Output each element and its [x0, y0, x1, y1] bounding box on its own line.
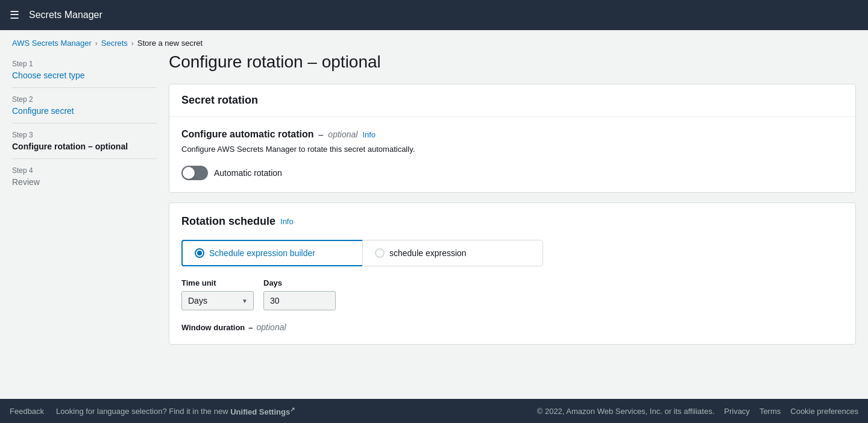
step-3-label: Step 3: [12, 131, 157, 139]
step-2: Step 2 Configure secret: [12, 88, 157, 124]
days-label: Days: [263, 278, 336, 287]
auto-rotation-section: Configure automatic rotation – optional …: [169, 117, 855, 192]
unified-settings-link[interactable]: Unified Settings↗: [230, 407, 295, 416]
step-2-label: Step 2: [12, 95, 157, 104]
sidebar: Step 1 Choose secret type Step 2 Configu…: [12, 52, 169, 409]
radio-circle-builder: [195, 248, 204, 258]
window-duration-row: Window duration – optional: [181, 322, 843, 332]
footer-message-text: Looking for language selection? Find it …: [56, 407, 228, 416]
time-unit-select[interactable]: Days Hours Minutes: [181, 291, 254, 310]
tab-expression-label: schedule expression: [389, 248, 467, 258]
step-2-link[interactable]: Configure secret: [12, 106, 74, 116]
content: Configure rotation – optional Secret rot…: [169, 52, 856, 409]
main-layout: Step 1 Choose secret type Step 2 Configu…: [0, 52, 868, 421]
breadcrumb: AWS Secrets Manager › Secrets › Store a …: [0, 30, 868, 52]
feedback-button[interactable]: Feedback: [10, 407, 44, 416]
external-link-icon: ↗: [290, 406, 295, 412]
step-1-label: Step 1: [12, 60, 157, 68]
form-row-time: Time unit Days Hours Minutes ▼ Days: [181, 278, 843, 310]
step-3-current: Configure rotation – optional: [12, 142, 128, 151]
breadcrumb-sep-1: ›: [95, 39, 98, 48]
rotation-schedule-card: Rotation schedule Info Schedule expressi…: [169, 202, 856, 345]
step-3: Step 3 Configure rotation – optional: [12, 124, 157, 159]
step-4: Step 4 Review: [12, 159, 157, 194]
auto-rotation-dash: –: [319, 130, 324, 139]
auto-rotation-optional: optional: [328, 130, 357, 139]
auto-rotation-info-link[interactable]: Info: [362, 130, 376, 139]
window-duration-text: Window duration: [181, 323, 245, 332]
breadcrumb-link-secrets-manager[interactable]: AWS Secrets Manager: [12, 39, 92, 48]
breadcrumb-sep-2: ›: [131, 39, 134, 48]
tab-schedule-expression[interactable]: schedule expression: [362, 240, 543, 266]
radio-tabs: Schedule expression builder schedule exp…: [181, 240, 843, 266]
rotation-schedule-section: Rotation schedule Info Schedule expressi…: [169, 203, 855, 344]
footer: Feedback Looking for language selection?…: [0, 399, 868, 421]
auto-rotation-title-row: Configure automatic rotation – optional …: [181, 129, 843, 140]
footer-right: © 2022, Amazon Web Services, Inc. or its…: [537, 407, 858, 416]
step-4-disabled: Review: [12, 177, 40, 187]
secret-rotation-card: Secret rotation Configure automatic rota…: [169, 84, 856, 193]
step-1: Step 1 Choose secret type: [12, 52, 157, 88]
copyright-text: © 2022, Amazon Web Services, Inc. or its…: [537, 407, 715, 416]
tab-schedule-expression-builder[interactable]: Schedule expression builder: [181, 240, 362, 266]
window-duration-dash: –: [248, 323, 253, 332]
radio-circle-expression: [375, 248, 385, 258]
toggle-row: Automatic rotation: [181, 166, 843, 180]
step-1-link[interactable]: Choose secret type: [12, 70, 85, 80]
auto-rotation-description: Configure AWS Secrets Manager to rotate …: [181, 145, 843, 154]
days-input[interactable]: [263, 291, 336, 310]
schedule-info-link[interactable]: Info: [280, 217, 294, 226]
footer-message: Looking for language selection? Find it …: [56, 406, 537, 416]
window-duration-optional: optional: [257, 322, 286, 332]
menu-icon[interactable]: ☰: [10, 8, 19, 22]
breadcrumb-link-secrets[interactable]: Secrets: [101, 39, 128, 48]
form-group-time-unit: Time unit Days Hours Minutes ▼: [181, 278, 254, 310]
privacy-link[interactable]: Privacy: [724, 407, 750, 416]
toggle-label: Automatic rotation: [214, 168, 282, 178]
time-unit-select-wrapper: Days Hours Minutes ▼: [181, 291, 254, 310]
form-group-days: Days: [263, 278, 336, 310]
auto-rotation-title: Configure automatic rotation: [181, 129, 314, 140]
top-nav: ☰ Secrets Manager: [0, 0, 868, 30]
automatic-rotation-toggle[interactable]: [181, 166, 208, 180]
nav-title: Secrets Manager: [29, 10, 102, 20]
time-unit-label: Time unit: [181, 278, 254, 287]
schedule-title: Rotation schedule: [181, 215, 275, 228]
unified-settings-label: Unified Settings: [230, 407, 290, 416]
cookie-link[interactable]: Cookie preferences: [790, 407, 858, 416]
tab-builder-label: Schedule expression builder: [209, 248, 315, 258]
toggle-thumb: [183, 167, 195, 179]
secret-rotation-header: Secret rotation: [169, 84, 855, 117]
terms-link[interactable]: Terms: [760, 407, 781, 416]
window-duration-label: Window duration – optional: [181, 322, 843, 332]
schedule-title-row: Rotation schedule Info: [181, 215, 843, 228]
page-title: Configure rotation – optional: [169, 52, 856, 72]
breadcrumb-current: Store a new secret: [137, 39, 203, 48]
step-4-label: Step 4: [12, 166, 157, 175]
